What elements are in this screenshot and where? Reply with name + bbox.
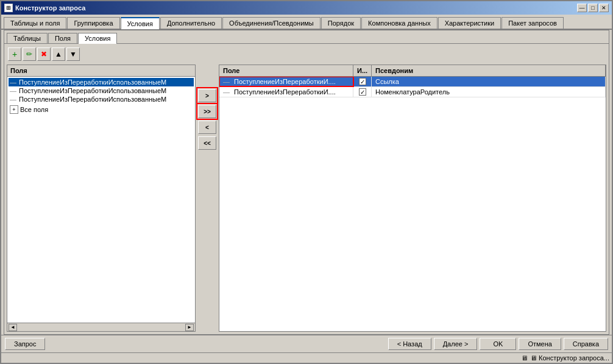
i-checkbox[interactable] [359,88,366,96]
left-panel-content: — ПоступлениеИзПереработкиИспользованные… [7,77,195,323]
right-panel-header: Поле И... Псевдоним [219,65,606,77]
monitor-icon: 🖥 [521,354,528,362]
close-button[interactable]: ✕ [599,4,609,12]
tab-order[interactable]: Порядок [321,17,361,29]
col-header-i: И... [353,65,372,76]
back-button[interactable]: < Назад [388,338,431,350]
add-button[interactable]: + [8,47,21,61]
statusbar-label: 🖥 Конструктор запроса... [530,354,609,362]
expand-icon[interactable]: + [10,105,18,114]
scroll-right-btn[interactable]: ► [185,324,194,331]
ok-button[interactable]: OK [480,338,516,350]
help-button[interactable]: Справка [564,338,608,350]
middle-buttons: > >> < << [196,65,219,332]
move-right-button[interactable]: > [198,89,216,102]
psev-cell: Ссылка [372,77,606,86]
move-all-right-button[interactable]: >> [198,105,216,118]
tab-packet[interactable]: Пакет запросов [501,17,564,29]
left-scrollbar[interactable]: ◄ ► [7,323,195,331]
left-panel: Поля — ПоступлениеИзПереработкиИспользов… [7,65,196,332]
toolbar: + ✏ ✖ ▲ ▼ [7,46,606,62]
i-cell [353,87,372,97]
minimize-button[interactable]: — [577,4,587,12]
statusbar: 🖥 🖥 Конструктор запроса... [1,352,612,363]
row-dash: — [223,88,230,96]
pole-cell: — ПоступлениеИзПереработкиИ.... [219,77,353,86]
list-item[interactable]: — ПоступлениеИзПереработкиИспользованные… [9,95,194,103]
titlebar-controls: — □ ✕ [577,4,609,12]
left-panel-header: Поля [7,65,195,77]
move-all-left-button[interactable]: << [198,136,216,150]
sub-tabs: Таблицы Поля Условия [4,30,609,44]
pole-value: ПоступлениеИзПереработкиИ.... [234,88,336,96]
table-row[interactable]: — ПоступлениеИзПереработкиИ.... Номенкла… [219,87,606,97]
delete-button[interactable]: ✖ [37,47,51,61]
item-label: ПоступлениеИзПереработкиИспользованныеМ [19,87,166,94]
edit-button[interactable]: ✏ [23,47,36,61]
sub-tab-fields[interactable]: Поля [48,33,77,43]
tab-joins[interactable]: Объединения/Псевдонимы [222,17,321,29]
list-item[interactable]: — ПоступлениеИзПереработкиИспользованные… [9,86,194,95]
pole-value: ПоступлениеИзПереработкиИ.... [234,78,336,85]
panes: Поля — ПоступлениеИзПереработкиИспользов… [7,65,606,332]
right-panel-content: — ПоступлениеИзПереработкиИ.... Ссылка [219,77,606,331]
sub-tab-conditions[interactable]: Условия [78,33,117,44]
query-button[interactable]: Запрос [5,338,45,350]
cancel-button[interactable]: Отмена [519,338,561,350]
scroll-left-btn[interactable]: ◄ [9,324,17,331]
right-panel: Поле И... Псевдоним — ПоступлениеИзПерер… [219,65,606,332]
down-button[interactable]: ▼ [66,47,80,61]
tab-additional[interactable]: Дополнительно [160,17,222,29]
pole-cell: — ПоступлениеИзПереработкиИ.... [219,87,353,97]
psev-cell: НоменклатураРодитель [372,87,606,97]
list-item[interactable]: + Все поля [9,105,194,114]
item-label: ПоступлениеИзПереработкиИспользованныеМ [19,79,166,86]
bottom-bar: Запрос < Назад Далее > OK Отмена Справка [1,335,612,352]
main-tabs: Таблицы и поля Группировка Условия Допол… [1,15,612,30]
table-row[interactable]: — ПоступлениеИзПереработкиИ.... Ссылка [219,77,606,87]
tab-conditions[interactable]: Условия [121,17,160,29]
conditions-area: + ✏ ✖ ▲ ▼ Поля — ПоступлениеИзПереработк… [4,44,609,334]
list-item[interactable]: — ПоступлениеИзПереработкиИспользованные… [9,78,194,86]
main-window: ⊞ Конструктор запроса — □ ✕ Таблицы и по… [0,0,613,364]
tab-characteristics[interactable]: Характеристики [438,17,501,29]
titlebar-title: ⊞ Конструктор запроса [4,4,85,12]
bottom-left: Запрос [5,338,45,350]
col-header-psev: Псевдоним [372,65,606,76]
statusbar-text: 🖥 🖥 Конструктор запроса... [521,354,609,362]
dash-icon: — [10,96,16,103]
col-header-pole: Поле [219,65,353,76]
tab-grouping[interactable]: Группировка [67,17,119,29]
up-button[interactable]: ▲ [52,47,65,61]
move-left-button[interactable]: < [198,121,216,134]
bottom-right: < Назад Далее > OK Отмена Справка [388,338,608,350]
maximize-button[interactable]: □ [588,4,598,12]
row-dash: — [223,78,230,85]
sub-tab-tables[interactable]: Таблицы [7,33,48,43]
content-area: Таблицы Поля Условия + ✏ ✖ ▲ ▼ Поля [4,30,609,335]
titlebar: ⊞ Конструктор запроса — □ ✕ [1,1,612,15]
i-cell [353,77,372,86]
dash-icon: — [10,87,16,94]
scroll-track [17,324,185,331]
next-button[interactable]: Далее > [434,338,478,350]
item-label: Все поля [20,106,48,113]
dash-icon: — [10,79,16,86]
tab-data-composition[interactable]: Компоновка данных [361,17,438,29]
tab-tables-fields[interactable]: Таблицы и поля [4,17,66,29]
titlebar-icon: ⊞ [4,4,13,12]
item-label: ПоступлениеИзПереработкиИспользованныеМ [19,96,166,103]
i-checkbox[interactable] [359,78,366,85]
